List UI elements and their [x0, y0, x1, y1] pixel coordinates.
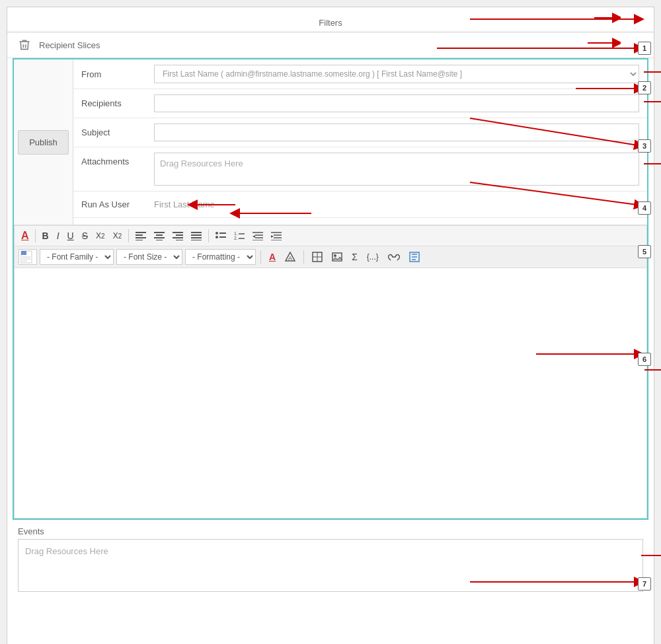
- separator-1: [35, 229, 36, 242]
- subject-row: Subject: [73, 118, 647, 147]
- formatting-dropdown[interactable]: - Formatting -: [185, 249, 256, 265]
- insert-formula-button[interactable]: Σ: [348, 250, 361, 264]
- svg-rect-41: [21, 251, 26, 255]
- subject-label: Subject: [81, 127, 154, 137]
- svg-marker-34: [253, 235, 255, 238]
- attachments-placeholder: Drag Resources Here: [160, 159, 243, 168]
- editor-body[interactable]: [14, 268, 647, 519]
- text-color-button[interactable]: A: [266, 250, 279, 264]
- recipient-slices-row: Recipient Slices: [7, 32, 654, 58]
- svg-text:2.: 2.: [234, 236, 238, 240]
- from-label: From: [81, 69, 154, 79]
- attachments-drop-area: Drag Resources Here: [154, 153, 639, 186]
- recipients-input[interactable]: [154, 94, 639, 112]
- align-center-button[interactable]: [151, 229, 168, 242]
- subscript-button[interactable]: X2: [93, 229, 108, 242]
- bold-button[interactable]: B: [39, 229, 52, 243]
- italic-button[interactable]: I: [54, 229, 63, 243]
- separator-4: [260, 250, 261, 264]
- insert-image-button[interactable]: [329, 250, 346, 264]
- attachments-label: Attachments: [81, 153, 154, 166]
- ordered-list-button[interactable]: 1.2.: [231, 229, 248, 242]
- indent-button[interactable]: [268, 229, 285, 242]
- events-placeholder: Drag Resources Here: [25, 546, 108, 556]
- separator-2: [128, 229, 129, 242]
- editor-section: A B I U S X2 X2: [14, 225, 647, 519]
- svg-point-51: [334, 254, 336, 257]
- from-select[interactable]: First Last Name ( admin@firstname.lastna…: [154, 65, 639, 83]
- filters-title: Filters: [18, 18, 643, 28]
- page-wrapper: Filters Recipient Slices: [7, 7, 654, 644]
- align-right-button[interactable]: [169, 229, 186, 242]
- events-label: Events: [18, 526, 643, 536]
- underline-button[interactable]: U: [64, 229, 77, 243]
- toolbar-row-1: A B I U S X2 X2: [14, 225, 647, 246]
- unordered-list-button[interactable]: [212, 229, 229, 242]
- font-color-button[interactable]: A: [19, 229, 32, 243]
- insert-variable-button[interactable]: {...}: [364, 250, 382, 264]
- font-size-dropdown[interactable]: - Font Size -: [116, 249, 182, 265]
- recipients-row: Recipients: [73, 89, 647, 118]
- svg-text:1.: 1.: [234, 231, 238, 236]
- publish-area: Publish: [14, 59, 73, 225]
- from-row: From First Last Name ( admin@firstname.l…: [73, 59, 647, 89]
- subject-input[interactable]: [154, 124, 639, 141]
- annotation-7: 7: [638, 577, 651, 590]
- highlight-button[interactable]: A: [282, 250, 299, 264]
- recipients-label: Recipients: [81, 98, 154, 108]
- annotation-3: 3: [638, 139, 651, 153]
- superscript-button[interactable]: X2: [110, 229, 126, 242]
- font-family-dropdown[interactable]: - Font Family -: [40, 249, 114, 265]
- annotation-1: 1: [638, 42, 651, 55]
- run-as-user-value: First Last Name: [154, 199, 215, 209]
- run-as-user-row: Run As User First Last Name: [73, 192, 647, 218]
- separator-5: [303, 250, 304, 264]
- form-fields: From First Last Name ( admin@firstname.l…: [73, 59, 647, 225]
- svg-point-22: [215, 232, 218, 234]
- outdent-button[interactable]: [249, 229, 266, 242]
- publish-button[interactable]: Publish: [18, 130, 69, 155]
- recipient-slices-label: Recipient Slices: [39, 40, 100, 50]
- align-left-button[interactable]: [132, 229, 149, 242]
- attachments-row: Attachments Drag Resources Here: [73, 147, 647, 192]
- filters-section: Filters: [7, 14, 654, 32]
- annotation-6: 6: [638, 353, 651, 366]
- separator-3: [208, 229, 209, 242]
- from-dropdown[interactable]: First Last Name ( admin@firstname.lastna…: [154, 65, 639, 83]
- strikethrough-button[interactable]: S: [79, 229, 91, 243]
- annotation-5: 5: [638, 245, 651, 258]
- svg-text:A: A: [288, 255, 292, 262]
- align-justify-button[interactable]: [188, 229, 205, 242]
- tools-button[interactable]: [406, 250, 423, 264]
- trash-icon: [18, 38, 31, 52]
- insert-link-button[interactable]: [385, 250, 403, 264]
- annotation-4: 4: [638, 201, 651, 215]
- events-drop-area: Drag Resources Here: [18, 539, 643, 592]
- insert-table-button[interactable]: [309, 250, 326, 264]
- document-icon: [19, 249, 37, 265]
- svg-point-24: [215, 236, 218, 238]
- events-section: Events Drag Resources Here: [18, 526, 643, 592]
- main-container: Publish From First Last Name ( admin@fir…: [13, 58, 648, 520]
- toolbar-row-2: - Font Family - - Font Size - - Formatti…: [14, 246, 647, 268]
- run-as-user-label: Run As User: [81, 199, 154, 209]
- annotation-2: 2: [638, 81, 651, 94]
- form-area: Publish From First Last Name ( admin@fir…: [14, 59, 647, 225]
- svg-marker-39: [271, 235, 274, 238]
